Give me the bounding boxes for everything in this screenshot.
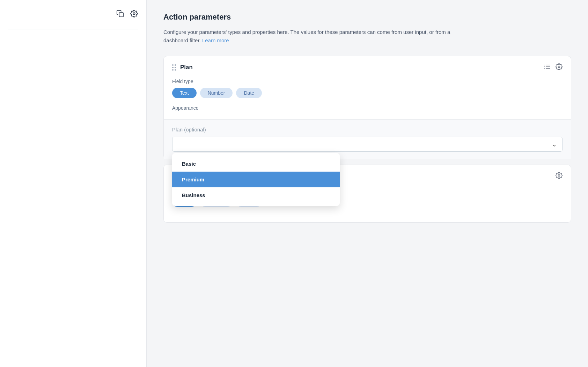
main-content: Action parameters Configure your paramet… [147,0,588,367]
sidebar [0,0,147,367]
param-1-header-icons [544,63,563,72]
param-card-1: Plan [163,56,571,159]
param-2-header-icons [556,172,563,180]
field-type-options-1: Text Number Date [172,88,563,98]
sidebar-icons [116,10,138,19]
dropdown-option-business[interactable]: Business [172,187,340,203]
learn-more-link[interactable]: Learn more [202,37,229,43]
field-type-text-btn[interactable]: Text [172,88,197,98]
list-icon[interactable] [544,63,551,72]
plan-dropdown[interactable] [172,137,563,152]
settings-icon-2[interactable] [556,172,563,180]
dropdown-menu: Basic Premium Business [172,153,340,206]
dropdown-section-1: Plan (optional) ⌄ Basic Premium Business [164,119,571,159]
dropdown-optional: (optional) [184,127,206,132]
dropdown-option-premium[interactable]: Premium [172,172,340,187]
dropdown-label-1: Plan (optional) [172,127,563,132]
page-title: Action parameters [163,13,571,22]
field-type-number-btn[interactable]: Number [200,88,233,98]
copy-icon[interactable] [116,10,124,19]
svg-point-1 [133,13,135,15]
param-1-name: Plan [180,64,539,71]
param-card-1-header: Plan [164,56,571,79]
field-type-date-btn[interactable]: Date [236,88,262,98]
appearance-label-1: Appearance [172,105,563,111]
gear-icon[interactable] [130,10,138,19]
param-card-1-body: Field type Text Number Date Appearance [164,79,571,119]
field-type-label-1: Field type [172,79,563,84]
svg-point-9 [558,175,560,177]
page-description: Configure your parameters' types and pro… [163,28,464,45]
sidebar-divider [8,29,138,29]
settings-icon-1[interactable] [556,63,563,72]
svg-rect-0 [119,13,123,17]
dropdown-wrapper-1: ⌄ Basic Premium Business [172,137,563,152]
svg-point-8 [558,66,560,68]
drag-handle-1[interactable] [172,64,176,71]
dropdown-option-basic[interactable]: Basic [172,156,340,172]
